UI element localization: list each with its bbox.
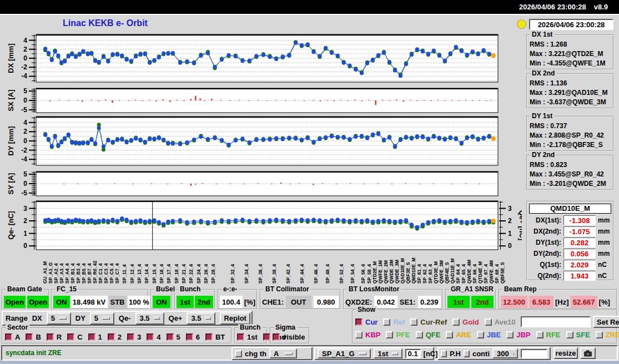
show-checkbox-ave10[interactable] xyxy=(485,318,492,326)
che1-out-button[interactable]: OUT xyxy=(286,296,311,308)
sector-checkbox-b[interactable] xyxy=(26,333,33,341)
status-bar: syncdata init ZRE chg th A SP_A1_G 1st [… xyxy=(1,345,618,361)
ph-checkbox[interactable] xyxy=(441,350,447,357)
show-item-are: ARE xyxy=(446,331,471,339)
svg-text:SX [A]: SX [A] xyxy=(7,90,15,112)
sector-checkbox-5[interactable] xyxy=(167,333,174,341)
stats-title-dx-1st: DX 1st xyxy=(530,31,554,38)
resize-button[interactable]: resize xyxy=(553,347,578,359)
screenshot-button[interactable] xyxy=(580,347,596,359)
beam-gate-open-button-2[interactable]: Open xyxy=(27,296,49,308)
range-dy-dropdown[interactable]: 5 xyxy=(90,312,114,325)
plot-dy[interactable]: -4-2024DY [mm] xyxy=(0,115,522,166)
show-checkbox-cur[interactable] xyxy=(355,318,363,326)
threshold-input[interactable] xyxy=(405,349,421,358)
bpm-label-sp-68-4: SP_68_4 xyxy=(494,264,500,284)
chg-th-checkbox[interactable] xyxy=(235,350,242,357)
sector-checkbox-a[interactable] xyxy=(5,333,12,341)
stats-rms-dx-2nd: RMS : 1.136 xyxy=(530,79,611,88)
fc15-title: FC_15 xyxy=(55,286,78,292)
show-item-pfe: PFE xyxy=(386,331,410,339)
bpm-label-sp-a2-4: SP_A2_4 xyxy=(53,264,59,284)
svg-text:-2: -2 xyxy=(21,63,27,71)
che1-value: 0.980 xyxy=(314,296,339,308)
stats-max-dx-1st: Max : 3.221@QTD2E_M xyxy=(530,49,611,59)
show-label-jbp: JBP xyxy=(516,331,530,339)
show-checkbox-cur-ref[interactable] xyxy=(410,318,417,326)
bpm-label-sp-67-4: SP_67_4 xyxy=(483,264,489,284)
bunch-select-checkbox-1st[interactable] xyxy=(237,333,244,341)
svg-text:4: 4 xyxy=(23,119,27,127)
sector-checkbox-2[interactable] xyxy=(108,333,115,341)
gr-snsr-2nd-button[interactable]: 2nd xyxy=(471,296,494,308)
range-qe-plus-dropdown[interactable]: 3.5 xyxy=(187,312,215,325)
bpm-label-sp-r0-42: SP_R0_42 xyxy=(92,261,98,284)
sector-checkbox-3[interactable] xyxy=(127,333,134,341)
monitor-row-label: DY(2nd): xyxy=(534,250,561,257)
stats-title-dy-1st: DY 1st xyxy=(530,113,554,119)
sector-checkbox-6[interactable] xyxy=(186,333,193,341)
y-axis: -4-2024DX [mm] xyxy=(7,34,36,82)
monitor-row-value: 1.943 xyxy=(563,271,596,281)
sector-checkbox-bt[interactable] xyxy=(205,333,213,341)
latest-point xyxy=(491,219,495,223)
show-checkbox-ref[interactable] xyxy=(383,318,390,326)
fc15-stb-button[interactable]: STB xyxy=(109,296,127,308)
sector-checkbox-1[interactable] xyxy=(88,333,95,341)
replot-button[interactable]: Replot xyxy=(220,312,250,325)
svg-text:2: 2 xyxy=(23,217,27,225)
beam-gate-open-button-1[interactable]: Open xyxy=(4,296,26,308)
bunch-dropdown[interactable]: 1st xyxy=(374,348,402,358)
range-dx-dropdown[interactable]: 5 xyxy=(47,312,71,325)
sigma-checkbox-visible[interactable] xyxy=(273,333,280,341)
fc15-on-button[interactable]: ON xyxy=(53,296,70,308)
plot-sy[interactable]: -505SY [A] xyxy=(0,170,522,197)
plot-sx[interactable]: -505SX [A] xyxy=(0,87,522,114)
sector-checkbox-4[interactable] xyxy=(147,333,154,341)
sector-checkbox-c[interactable] xyxy=(67,333,74,341)
ref-name-input[interactable] xyxy=(521,316,591,327)
bunch-select-checkbox-2nd[interactable] xyxy=(263,333,270,341)
gr-snsr-1st-button[interactable]: 1st xyxy=(447,296,470,308)
sector-label-bt: BT xyxy=(215,333,225,341)
show-checkbox-pfe[interactable] xyxy=(386,331,393,338)
conti-checkbox[interactable] xyxy=(464,350,470,357)
stats-min-dy-1st: Min : -2.178@QBF3E_S xyxy=(530,140,611,150)
sector-item-a: A xyxy=(5,333,20,341)
svg-text:-2: -2 xyxy=(21,146,27,154)
monitor-name[interactable]: QMD10E_M xyxy=(529,204,611,214)
dropdown-dash-icon xyxy=(59,317,67,320)
show-checkbox-zre[interactable] xyxy=(596,331,603,338)
show-label-ref: Ref xyxy=(393,318,405,326)
extra-input[interactable] xyxy=(521,349,547,358)
bpm-label-sp-c1-4: SP_C1_4 xyxy=(98,264,103,284)
plot-dx[interactable]: -4-2024DX [mm] xyxy=(0,33,522,83)
show-checkbox-jbe[interactable] xyxy=(477,331,484,338)
bunch-2nd-button[interactable]: 2nd xyxy=(195,296,213,308)
threshold-unit: [nC] xyxy=(424,350,438,358)
bt-collimator-group: BT Collimator CHE1: OUT 0.980 xyxy=(260,289,341,310)
sigma-title: Sigma xyxy=(274,324,297,331)
sector-item-1: 1 xyxy=(88,333,102,341)
show-checkbox-are[interactable] xyxy=(446,331,453,338)
show-checkbox-jbp[interactable] xyxy=(506,331,514,338)
monitor-dropdown[interactable]: SP_A1_G xyxy=(318,348,371,358)
chg-th-dropdown[interactable]: A xyxy=(269,348,297,358)
set-ref-button[interactable]: Set Ref xyxy=(593,316,619,328)
count-dropdown[interactable]: 300 xyxy=(492,348,518,358)
range-qe-minus-dropdown[interactable]: 3.5 xyxy=(135,312,164,325)
plot-qe[interactable]: 0123Qe- [nC]0123Qe+ [nC] xyxy=(0,200,522,251)
bunch-1st-button[interactable]: 1st xyxy=(177,296,194,308)
show-checkbox-rfe[interactable] xyxy=(536,331,543,338)
show-checkbox-sfe[interactable] xyxy=(566,331,573,338)
show-checkbox-gold[interactable] xyxy=(452,318,460,326)
show-checkbox-kbp[interactable] xyxy=(355,331,363,338)
bpm-label-sp-11-4: SP_11_4 xyxy=(122,264,127,284)
busel-on-button[interactable]: ON xyxy=(153,296,170,308)
svg-text:-4: -4 xyxy=(21,155,27,163)
monitor-row-unit: mm xyxy=(598,228,611,235)
show-checkbox-qfe[interactable] xyxy=(416,331,423,338)
monitor-row-q-2nd-: Q(2nd):1.943nC xyxy=(529,270,611,281)
sector-label-c: C xyxy=(77,333,82,341)
sector-checkbox-r[interactable] xyxy=(47,333,54,341)
